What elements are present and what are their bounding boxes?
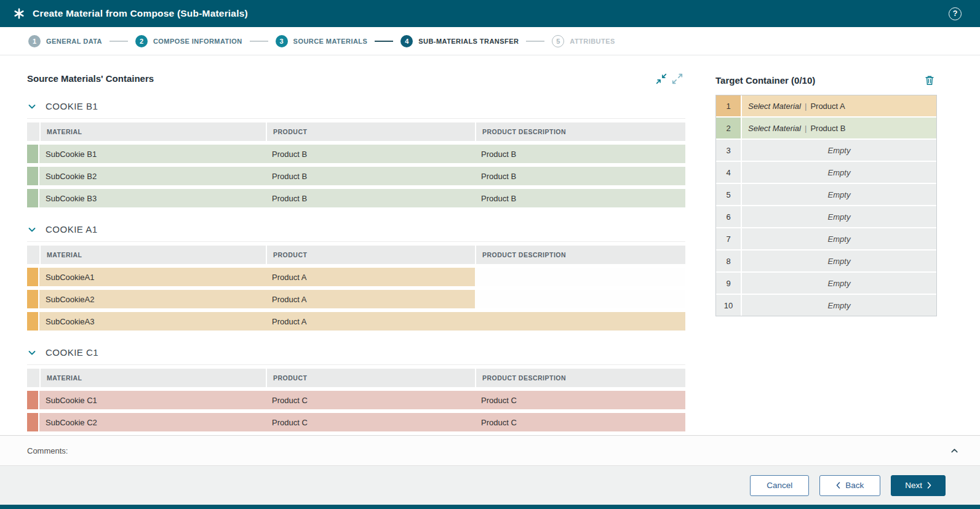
slot-number: 5 — [716, 184, 741, 205]
slot-content: Empty — [742, 140, 936, 161]
slot-number: 8 — [716, 250, 741, 271]
source-group-cookie-a1: COOKIE A1MATERIALPRODUCTPRODUCT DESCRIPT… — [27, 217, 685, 334]
target-slot-6[interactable]: 6Empty — [716, 206, 936, 227]
cancel-button-label: Cancel — [767, 481, 792, 490]
row-color-marker — [27, 312, 39, 331]
group-title: COOKIE A1 — [46, 224, 98, 234]
expand-all-icon[interactable] — [669, 71, 685, 87]
target-slot-8[interactable]: 8Empty — [716, 250, 936, 271]
slot-number: 9 — [716, 273, 741, 294]
cell-product: Product A — [266, 290, 475, 308]
top-bar: Create Material from Compose (Sub-Materi… — [0, 0, 980, 27]
target-slot-7[interactable]: 7Empty — [716, 228, 936, 249]
back-button-label: Back — [845, 481, 864, 490]
chevron-down-icon[interactable] — [27, 102, 37, 111]
slot-content: Empty — [742, 295, 936, 316]
row-color-marker — [27, 413, 39, 431]
help-icon[interactable]: ? — [949, 7, 962, 20]
group-title: COOKIE C1 — [46, 347, 98, 358]
chevron-right-icon — [927, 482, 931, 489]
col-material: MATERIAL — [39, 122, 266, 141]
chevron-down-icon[interactable] — [27, 225, 37, 234]
source-table-header: MATERIALPRODUCTPRODUCT DESCRIPTION — [27, 246, 685, 264]
source-row[interactable]: SubCookie B1Product BProduct B — [27, 145, 685, 163]
step-5[interactable]: 5ATTRIBUTES — [552, 35, 615, 47]
source-panel-header: Source Materials' Containers — [27, 69, 685, 88]
source-row[interactable]: SubCookie C2Product CProduct C — [27, 413, 685, 431]
col-product: PRODUCT — [266, 246, 475, 264]
comments-bar: Comments: — [0, 435, 980, 466]
col-product-description: PRODUCT DESCRIPTION — [475, 246, 685, 264]
source-row[interactable]: SubCookie C1Product CProduct C — [27, 391, 685, 409]
step-number: 4 — [400, 35, 413, 47]
cell-product-description: Product C — [475, 413, 685, 431]
slot-content: Empty — [742, 184, 936, 205]
row-color-marker — [27, 268, 39, 286]
step-1[interactable]: 1GENERAL DATA — [28, 35, 102, 47]
slot-content: Empty — [742, 206, 936, 227]
target-slot-4[interactable]: 4Empty — [716, 162, 936, 183]
target-slot-10[interactable]: 10Empty — [716, 295, 936, 316]
slot-content: Empty — [742, 273, 936, 294]
next-button[interactable]: Next — [891, 475, 946, 496]
slot-empty-label: Empty — [828, 301, 851, 310]
step-number: 1 — [28, 35, 41, 47]
source-row[interactable]: SubCookieA1Product A — [27, 268, 685, 286]
group-header[interactable]: COOKIE A1 — [27, 217, 685, 242]
chevron-left-icon — [836, 482, 840, 489]
cell-material: SubCookie B1 — [39, 145, 266, 163]
source-groups: COOKIE B1MATERIALPRODUCTPRODUCT DESCRIPT… — [27, 88, 685, 435]
cell-product: Product B — [266, 145, 475, 163]
step-number: 3 — [276, 35, 288, 47]
slot-product: Product B — [810, 124, 845, 133]
step-label: SUB-MATERIALS TRANSFER — [418, 38, 519, 45]
group-header[interactable]: COOKIE B1 — [27, 94, 685, 119]
slot-empty-label: Empty — [828, 234, 851, 244]
slot-select-material-link[interactable]: Select Material — [748, 124, 801, 133]
target-slot-2[interactable]: 2Select Material|Product B — [716, 118, 936, 138]
cell-product-description: Product B — [475, 167, 685, 185]
slot-content: Empty — [742, 250, 936, 271]
target-slot-9[interactable]: 9Empty — [716, 273, 936, 294]
slot-empty-label: Empty — [828, 190, 851, 199]
slot-number: 3 — [716, 140, 741, 161]
col-product: PRODUCT — [266, 122, 475, 141]
slot-product: Product A — [810, 102, 845, 111]
target-slot-1[interactable]: 1Select Material|Product A — [716, 95, 936, 116]
group-header[interactable]: COOKIE C1 — [27, 340, 685, 365]
slot-number: 7 — [716, 228, 741, 249]
slot-select-material-link[interactable]: Select Material — [748, 102, 801, 111]
step-label: SOURCE MATERIALS — [293, 38, 368, 45]
col-marker — [27, 246, 39, 264]
source-row[interactable]: SubCookieA2Product A — [27, 290, 685, 308]
cell-product: Product B — [266, 167, 475, 185]
step-3[interactable]: 3SOURCE MATERIALS — [276, 35, 368, 47]
cell-material: SubCookie C2 — [39, 413, 266, 431]
cell-material: SubCookie B2 — [39, 167, 266, 185]
source-row[interactable]: SubCookieA3Product A — [27, 312, 685, 331]
source-materials-panel: Source Materials' Containers COOKIE B1MA… — [27, 55, 685, 435]
trash-icon[interactable] — [922, 73, 937, 88]
row-color-marker — [27, 189, 39, 207]
step-4[interactable]: 4SUB-MATERIALS TRANSFER — [400, 35, 519, 47]
stepper: 1GENERAL DATA2COMPOSE INFORMATION3SOURCE… — [0, 27, 980, 55]
slot-number: 4 — [716, 162, 741, 183]
target-slot-5[interactable]: 5Empty — [716, 184, 936, 205]
cell-product-description — [475, 290, 685, 308]
source-row[interactable]: SubCookie B3Product BProduct B — [27, 189, 685, 207]
chevron-down-icon[interactable] — [27, 348, 37, 358]
target-panel-title: Target Container (0/10) — [715, 75, 922, 86]
collapse-all-icon[interactable] — [653, 71, 669, 87]
source-row[interactable]: SubCookie B2Product BProduct B — [27, 167, 685, 185]
main-content: Source Materials' Containers COOKIE B1MA… — [0, 55, 980, 435]
step-connector — [110, 41, 128, 42]
chevron-up-icon[interactable] — [947, 444, 962, 458]
target-slot-3[interactable]: 3Empty — [716, 140, 936, 161]
comments-label: Comments: — [27, 446, 947, 455]
cell-product-description — [475, 268, 685, 286]
back-button[interactable]: Back — [819, 475, 880, 496]
step-2[interactable]: 2COMPOSE INFORMATION — [135, 35, 242, 47]
row-color-marker — [27, 145, 39, 163]
row-color-marker — [27, 290, 39, 308]
cancel-button[interactable]: Cancel — [750, 475, 809, 496]
